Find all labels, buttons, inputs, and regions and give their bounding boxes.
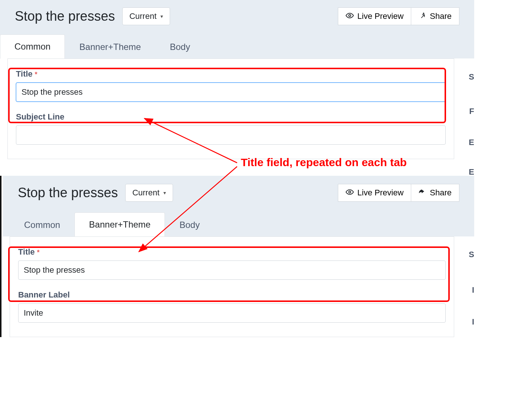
page-title: Stop the presses (18, 185, 118, 201)
share-button[interactable]: Share (411, 7, 459, 25)
sidebar-hint: I (472, 285, 474, 295)
version-dropdown[interactable]: Current ▾ (125, 184, 173, 202)
form-panel: Title* Banner Label (10, 236, 454, 337)
tab-bar: Common Banner+Theme Body (3, 210, 474, 236)
required-asterisk-icon: * (37, 249, 40, 256)
version-dropdown-label: Current (132, 188, 159, 198)
page-title: Stop the presses (15, 9, 115, 24)
annotation-text: Title field, repeated on each tab (241, 156, 407, 169)
version-dropdown[interactable]: Current ▾ (122, 7, 170, 25)
header-actions: Live Preview Share (338, 7, 459, 25)
sidebar-hint: I (472, 317, 474, 327)
title-label: Title* (18, 247, 446, 257)
svg-point-1 (349, 191, 351, 193)
tab-banner-theme[interactable]: Banner+Theme (65, 35, 155, 59)
sidebar-hint: E (469, 138, 474, 147)
panel-common-tab: Stop the presses Current ▾ Live Preview … (0, 0, 474, 159)
banner-label-input[interactable] (18, 303, 446, 323)
svg-point-0 (349, 14, 351, 17)
sidebar-hint: F (469, 107, 474, 116)
sidebar-hint: S (469, 72, 474, 82)
panel-banner-theme-tab: Stop the presses Current ▾ Live Preview … (0, 176, 474, 337)
live-preview-label: Live Preview (358, 11, 404, 21)
title-field-group: Title* (18, 247, 446, 280)
title-label: Title* (16, 69, 446, 79)
share-label: Share (430, 188, 452, 198)
eye-icon (346, 188, 354, 198)
header-bar: Stop the presses Current ▾ Live Preview … (3, 176, 474, 210)
live-preview-button[interactable]: Live Preview (338, 184, 412, 202)
tab-common[interactable]: Common (10, 213, 74, 237)
banner-label-label: Banner Label (18, 290, 446, 300)
share-icon (419, 188, 426, 197)
subject-line-input[interactable] (16, 125, 446, 145)
subject-line-field-group: Subject Line (16, 112, 446, 145)
title-field-group: Title* (16, 69, 446, 102)
header-bar: Stop the presses Current ▾ Live Preview … (0, 0, 474, 33)
required-asterisk-icon: * (35, 71, 37, 78)
live-preview-button[interactable]: Live Preview (338, 7, 412, 25)
version-dropdown-label: Current (129, 11, 156, 21)
share-button[interactable]: Share (411, 184, 459, 202)
tab-body[interactable]: Body (155, 35, 205, 59)
sidebar-hint: S (469, 250, 474, 259)
banner-label-field-group: Banner Label (18, 290, 446, 323)
eye-icon (346, 11, 354, 21)
tab-banner-theme[interactable]: Banner+Theme (74, 212, 165, 237)
share-label: Share (430, 11, 452, 21)
title-input[interactable] (16, 83, 446, 102)
chevron-down-icon: ▾ (163, 190, 166, 196)
title-input[interactable] (18, 260, 446, 280)
chevron-down-icon: ▾ (160, 13, 163, 19)
share-icon (419, 12, 426, 21)
form-panel: Title* Subject Line (7, 58, 454, 159)
live-preview-label: Live Preview (358, 188, 404, 198)
tab-bar: Common Banner+Theme Body (0, 33, 474, 58)
subject-line-label: Subject Line (16, 112, 446, 122)
tab-common[interactable]: Common (0, 34, 65, 59)
header-actions: Live Preview Share (338, 184, 459, 202)
tab-body[interactable]: Body (165, 213, 214, 237)
